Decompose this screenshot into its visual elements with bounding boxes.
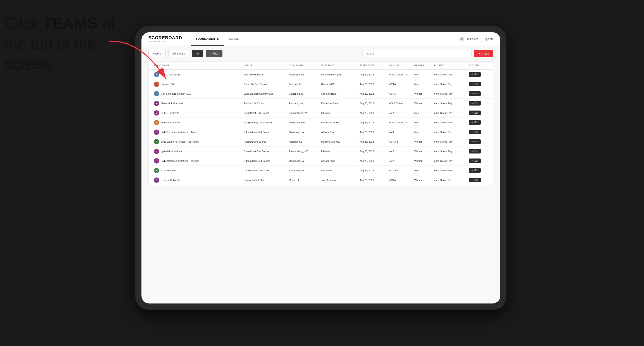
city-state: Faribault, MN — [287, 100, 319, 106]
start-date: Aug 25, 2023 — [358, 81, 387, 87]
city-state: Freeport, IL — [287, 81, 319, 87]
scoring: team, Stroke Play — [432, 81, 467, 87]
search-input[interactable] — [362, 50, 472, 57]
logo-subtitle: Powered by clippit — [148, 40, 182, 42]
logo-title: SCOREBOARD — [148, 35, 182, 40]
actions-cell: ✏ Edit — [467, 147, 490, 155]
edit-button[interactable]: ✏ Edit — [469, 159, 481, 163]
create-button[interactable]: + Create — [474, 50, 493, 57]
col-venue: VENUE — [242, 62, 287, 69]
hosting-filter-button[interactable]: Hosting — [148, 50, 166, 57]
hosted-by: John A Logan — [320, 177, 358, 183]
edit-label: Edit — [474, 92, 478, 95]
table-row: C Carl Sandburg Women FA23 Lake Bracken … — [149, 89, 493, 99]
actions-cell: ✏ Edit — [467, 80, 490, 88]
event-name-cell: U UPIKE Fall Invite — [152, 109, 242, 117]
city-state: Galesburg, IL — [287, 91, 319, 97]
edit-button[interactable]: ✏ Edit — [469, 72, 481, 77]
edit-icon: ✏ — [472, 73, 473, 76]
event-name-cell: 2 2023 Women's Hesston Fall Kickoff — [152, 137, 242, 146]
hosted-by: Murray State (OK) — [320, 139, 358, 145]
edit-icon: ✏ — [472, 93, 473, 95]
instruction-text: Click TEAMS at the top of the screen. — [4, 13, 140, 74]
col-city-state: CITY, STATE — [287, 62, 319, 69]
edit-button[interactable]: ✏ Edit — [469, 111, 481, 115]
edit-label: Edit — [474, 102, 478, 104]
gender: Women — [412, 100, 432, 106]
edit-icon: ✏ — [472, 179, 473, 181]
scoring: team, Stroke Play — [432, 120, 467, 126]
gender: Women — [412, 91, 432, 97]
edit-button[interactable]: ✏ Edit — [469, 130, 481, 134]
gender: Men — [412, 110, 432, 116]
edit-button[interactable]: ✏ Edit — [469, 120, 481, 125]
team-icon: u — [154, 149, 159, 154]
event-name: Fall Statesmen Invitational - Women — [161, 160, 199, 162]
city-state: Oskaloosa, IA — [287, 129, 319, 135]
edit-label: Edit — [474, 160, 478, 162]
scoring: team, Stroke Play — [432, 71, 467, 78]
gender: Men — [412, 168, 432, 173]
table-row: M MSMC Qualifying 1 The Powelton Club Ne… — [149, 70, 493, 79]
edit-label: Edit — [474, 112, 478, 114]
event-name-cell: V VU PREVIEW — [152, 166, 242, 175]
tab-tournaments[interactable]: TOURNAMENTS — [191, 32, 224, 46]
division: NCAA Division III — [387, 120, 412, 126]
event-name: Highland 36 — [161, 83, 174, 85]
actions-cell: ✏ Edit — [467, 99, 490, 107]
team-icon: F — [154, 130, 159, 135]
edit-button[interactable]: ✏ Edit — [469, 82, 481, 86]
venue: Ruttger's Bay Lake Resort — [242, 120, 287, 126]
edit-button[interactable]: ✏ Edit — [469, 168, 481, 173]
edit-label: Edit — [474, 121, 478, 124]
scoring: team, Stroke Play — [432, 148, 467, 154]
start-date: Aug 28, 2023 — [358, 100, 387, 106]
edit-icon: ✏ — [472, 102, 473, 104]
nav-tabs: TOURNAMENTS TEAMS — [191, 32, 244, 46]
competing-filter-button[interactable]: Competing — [168, 50, 189, 57]
edit-label: Edit — [474, 169, 478, 172]
edit-label: Edit — [474, 131, 478, 133]
actions-cell: ✏ Edit — [467, 166, 490, 174]
start-date: Aug 28, 2023 — [358, 110, 387, 116]
gender: Men — [412, 71, 432, 78]
settings-icon[interactable]: ⚙ — [459, 37, 464, 41]
city-state: Marion, IL — [287, 177, 319, 183]
user-name: Test User — [467, 37, 478, 40]
hosted-by: Minnesota-Morris — [320, 120, 358, 126]
hosted-by: Carl Sandburg — [320, 91, 358, 97]
hosted-by: Pikeville — [320, 148, 358, 154]
table-header: EVENT NAME VENUE CITY, STATE HOSTED BY S… — [149, 62, 493, 70]
venue: Edmundson Golf Course — [242, 158, 287, 164]
hosted-by: Vincennes — [320, 168, 358, 173]
all-filter-button[interactable]: All — [192, 50, 203, 57]
division: NAIA — [387, 158, 412, 164]
edit-button[interactable]: ✏ Edit — [469, 101, 481, 106]
event-name: Morris Invitational — [161, 121, 180, 124]
tablet-frame: SCOREBOARD Powered by clippit TOURNAMENT… — [135, 26, 506, 310]
team-icon: M — [154, 120, 159, 125]
table-row: F Fall Statesmen Invitational - Women Ed… — [149, 156, 493, 166]
team-icon: V — [154, 168, 159, 173]
division: NAIA — [387, 148, 412, 154]
edit-button[interactable]: ✏ Edit — [469, 139, 481, 144]
city-state: Oskaloosa, IA — [287, 158, 319, 164]
edit-button[interactable]: ✏ Edit — [469, 91, 481, 96]
table-row: K Klash at Kokopelli Kokopelli Golf Club… — [149, 175, 493, 185]
start-date: Aug 28, 2023 — [358, 158, 387, 164]
filter-button[interactable]: ≡ Filter — [206, 50, 222, 57]
edit-icon: ✏ — [472, 83, 473, 85]
instruction-pre: Click — [4, 14, 43, 32]
edit-button[interactable]: ✏ Edit — [469, 149, 481, 154]
event-name: Fall Statesmen Invitational - Men — [161, 131, 196, 133]
edit-button[interactable]: ✏ Edit — [469, 178, 481, 182]
edit-label: Edit — [474, 140, 478, 143]
logo: SCOREBOARD Powered by clippit — [148, 35, 182, 42]
actions-cell: ✏ Edit — [467, 138, 490, 146]
start-date: Aug 28, 2023 — [358, 168, 387, 173]
sign-out-link[interactable]: Sign out — [484, 37, 493, 40]
edit-icon: ✏ — [472, 112, 473, 114]
tab-teams[interactable]: TEAMS — [224, 32, 244, 46]
scoring: team, Stroke Play — [432, 91, 467, 97]
table-row: H Highland 36 Park Hills Golf Course Fre… — [149, 79, 493, 89]
